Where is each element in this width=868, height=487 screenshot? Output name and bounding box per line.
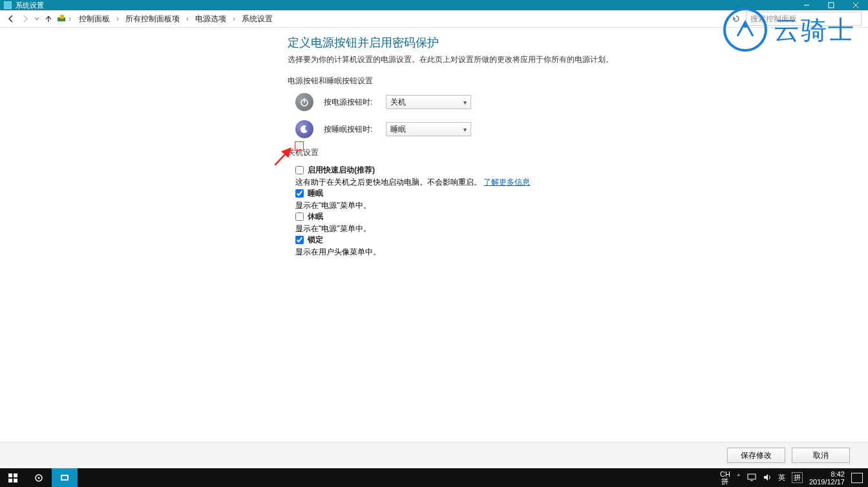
breadcrumb-sep: ›	[231, 14, 237, 23]
svg-rect-13	[14, 479, 17, 482]
crumb-control-panel[interactable]: 控制面板	[76, 12, 112, 26]
sleep-button-dropdown[interactable]: 睡眠 ▾	[386, 122, 471, 136]
page-subtitle: 选择要为你的计算机设置的电源设置。在此页上对设置所做的更改将应用于你所有的电源计…	[288, 54, 855, 65]
svg-rect-10	[8, 473, 12, 477]
crumb-power-options[interactable]: 电源选项	[193, 12, 229, 26]
section-shutdown: 关机设置	[288, 147, 855, 158]
cancel-button[interactable]: 取消	[792, 448, 850, 463]
svg-rect-5	[60, 15, 64, 19]
tray-volume-icon[interactable]	[763, 473, 772, 482]
crumb-system-settings[interactable]: 系统设置	[239, 12, 275, 26]
option-fast-startup: 启用快速启动(推荐)	[295, 165, 855, 176]
page-title: 定义电源按钮并启用密码保护	[288, 35, 855, 50]
breadcrumb: 控制面板 › 所有控制面板项 › 电源选项 › 系统设置	[76, 12, 729, 26]
fast-startup-checkbox[interactable]	[295, 166, 304, 174]
fast-startup-desc: 这有助于在关机之后更快地启动电脑。不会影响重启。 了解更多信息	[295, 177, 855, 188]
forward-button[interactable]	[18, 12, 32, 26]
taskbar-settings[interactable]	[26, 468, 52, 487]
tray-lang[interactable]: 英	[778, 473, 785, 482]
up-button[interactable]	[41, 12, 56, 26]
app-icon	[4, 1, 12, 9]
row-sleep-button: 按睡眠按钮时: 睡眠 ▾	[295, 120, 855, 138]
hibernate-label: 休眠	[308, 211, 323, 222]
bottom-bar: 保存修改 取消	[0, 442, 868, 468]
svg-rect-12	[8, 479, 12, 482]
power-button-label: 按电源按钮时:	[324, 97, 376, 108]
navbar: › 控制面板 › 所有控制面板项 › 电源选项 › 系统设置 搜索控制面板	[0, 10, 868, 28]
row-power-button: 按电源按钮时: 关机 ▾	[295, 93, 855, 111]
breadcrumb-sep: ›	[185, 14, 190, 23]
close-button[interactable]	[843, 0, 868, 10]
sleep-checkbox[interactable]	[295, 189, 304, 198]
section-power-buttons: 电源按钮和睡眠按钮设置	[288, 76, 855, 87]
lock-label: 锁定	[308, 234, 323, 245]
start-button[interactable]	[0, 468, 26, 487]
power-icon	[295, 93, 313, 111]
option-hibernate: 休眠	[295, 211, 855, 222]
sleep-desc: 显示在"电源"菜单中。	[295, 200, 855, 211]
hibernate-checkbox[interactable]	[295, 212, 304, 221]
lock-desc: 显示在用户头像菜单中。	[295, 247, 855, 258]
power-button-dropdown[interactable]: 关机 ▾	[386, 95, 471, 109]
save-button[interactable]: 保存修改	[727, 448, 785, 463]
tray-chevron-up-icon[interactable]: ˄	[737, 473, 741, 482]
taskbar: CH 拼 ˄ 英 拼 8:42 2019/12/17	[0, 468, 868, 487]
tray-network-icon[interactable]	[747, 473, 756, 482]
sleep-icon	[295, 120, 313, 138]
svg-rect-1	[829, 3, 834, 8]
chevron-down-icon: ▾	[463, 99, 467, 106]
svg-point-15	[38, 477, 40, 479]
taskbar-control-panel[interactable]	[52, 468, 78, 487]
chevron-down-icon: ▾	[463, 126, 467, 133]
tray-clock[interactable]: 8:42 2019/12/17	[809, 470, 845, 486]
option-lock: 锁定	[295, 234, 855, 245]
system-tray: CH 拼 ˄ 英 拼 8:42 2019/12/17	[720, 470, 868, 486]
window-title: 系统设置	[16, 1, 44, 10]
svg-rect-18	[748, 474, 756, 479]
maximize-button[interactable]	[819, 0, 843, 10]
search-input[interactable]: 搜索控制面板	[746, 12, 862, 26]
svg-rect-17	[62, 476, 67, 479]
sleep-label: 睡眠	[308, 188, 323, 199]
breadcrumb-sep: ›	[115, 14, 120, 23]
ime-indicator[interactable]: CH 拼	[720, 471, 730, 485]
recent-dropdown[interactable]	[32, 12, 41, 26]
fast-startup-label: 启用快速启动(推荐)	[308, 165, 375, 176]
power-button-value: 关机	[390, 97, 406, 108]
breadcrumb-sep: ›	[67, 14, 72, 23]
main-content: 定义电源按钮并启用密码保护 选择要为你的计算机设置的电源设置。在此页上对设置所做…	[288, 35, 855, 258]
learn-more-link[interactable]: 了解更多信息	[483, 178, 530, 187]
hibernate-desc: 显示在"电源"菜单中。	[295, 223, 855, 234]
location-icon	[56, 12, 67, 26]
lock-checkbox[interactable]	[295, 236, 304, 244]
svg-rect-11	[14, 473, 17, 477]
sleep-button-label: 按睡眠按钮时:	[324, 124, 376, 135]
minimize-button[interactable]	[794, 0, 819, 10]
sleep-button-value: 睡眠	[390, 124, 406, 135]
tray-notification-icon[interactable]	[851, 473, 863, 483]
back-button[interactable]	[4, 12, 18, 26]
tray-keyboard[interactable]: 拼	[792, 472, 803, 483]
refresh-button[interactable]	[729, 12, 743, 26]
search-placeholder: 搜索控制面板	[750, 14, 797, 25]
option-sleep: 睡眠	[295, 188, 855, 199]
crumb-all-items[interactable]: 所有控制面板项	[123, 12, 182, 26]
titlebar: 系统设置	[0, 0, 868, 10]
